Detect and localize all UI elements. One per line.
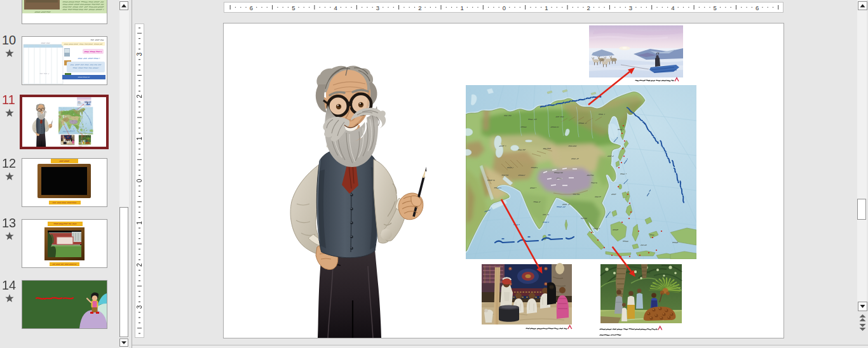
svg-text:4: 4 <box>334 4 337 11</box>
svg-text:1: 1 <box>545 4 548 11</box>
svg-text:3: 3 <box>629 4 632 11</box>
svg-text:2: 2 <box>136 95 143 98</box>
svg-text:3: 3 <box>136 305 143 309</box>
svg-text:5: 5 <box>714 4 717 11</box>
svg-text:5: 5 <box>292 4 295 11</box>
svg-text:0: 0 <box>503 4 506 11</box>
svg-text:6: 6 <box>250 4 253 11</box>
svg-text:3: 3 <box>136 52 143 56</box>
svg-text:1: 1 <box>460 4 463 11</box>
svg-text:3: 3 <box>376 4 379 11</box>
svg-text:4: 4 <box>671 4 674 11</box>
svg-text:2: 2 <box>136 263 143 267</box>
svg-text:1: 1 <box>136 137 143 140</box>
svg-text:0: 0 <box>136 178 143 182</box>
svg-text:6: 6 <box>756 4 759 11</box>
svg-text:1: 1 <box>136 221 143 225</box>
svg-text:2: 2 <box>418 4 421 11</box>
svg-text:2: 2 <box>587 4 590 11</box>
